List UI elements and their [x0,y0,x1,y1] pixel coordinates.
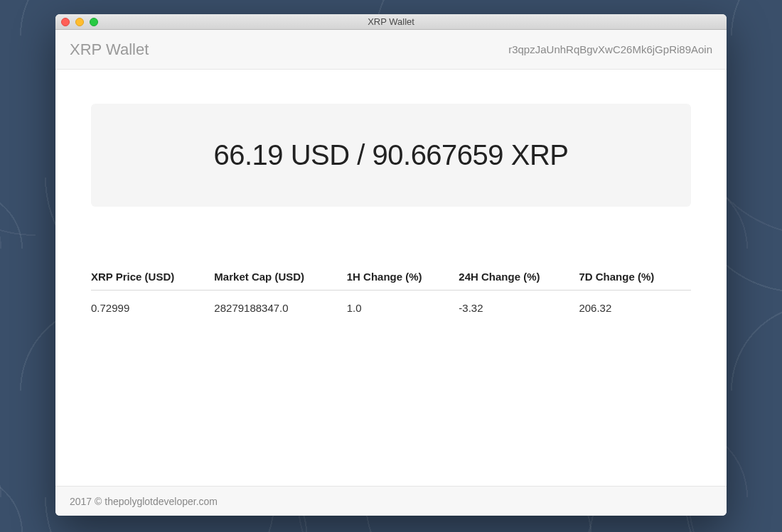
col-header-7d-change: 7D Change (%) [579,264,691,291]
balance-display: 66.19 USD / 90.667659 XRP [105,139,677,171]
app-header: XRP Wallet r3qpzJaUnhRqBgvXwC26Mk6jGpRi8… [55,30,727,70]
table-row: 0.72999 28279188347.0 1.0 -3.32 206.32 [91,291,691,326]
minimize-window-button[interactable] [75,18,84,26]
cell-market-cap: 28279188347.0 [214,291,346,326]
traffic-lights [61,18,98,26]
maximize-window-button[interactable] [90,18,98,26]
balance-card: 66.19 USD / 90.667659 XRP [91,104,691,207]
cell-1h-change: 1.0 [347,291,459,326]
cell-7d-change: 206.32 [579,291,691,326]
window-title: XRP Wallet [55,16,727,27]
close-window-button[interactable] [61,18,70,26]
footer-copyright: 2017 © thepolyglotdeveloper.com [70,496,218,507]
app-title: XRP Wallet [70,40,149,59]
col-header-1h-change: 1H Change (%) [347,264,459,291]
col-header-24h-change: 24H Change (%) [459,264,579,291]
app-window: XRP Wallet XRP Wallet r3qpzJaUnhRqBgvXwC… [55,14,727,516]
main-content: 66.19 USD / 90.667659 XRP XRP Price (USD… [55,70,727,486]
cell-24h-change: -3.32 [459,291,579,326]
wallet-address: r3qpzJaUnhRqBgvXwC26Mk6jGpRi89Aoin [508,43,712,55]
cell-price: 0.72999 [91,291,214,326]
window-titlebar[interactable]: XRP Wallet [55,14,727,30]
col-header-market-cap: Market Cap (USD) [214,264,346,291]
table-header-row: XRP Price (USD) Market Cap (USD) 1H Chan… [91,264,691,291]
col-header-price: XRP Price (USD) [91,264,214,291]
app-footer: 2017 © thepolyglotdeveloper.com [55,486,727,516]
stats-table: XRP Price (USD) Market Cap (USD) 1H Chan… [91,264,691,325]
